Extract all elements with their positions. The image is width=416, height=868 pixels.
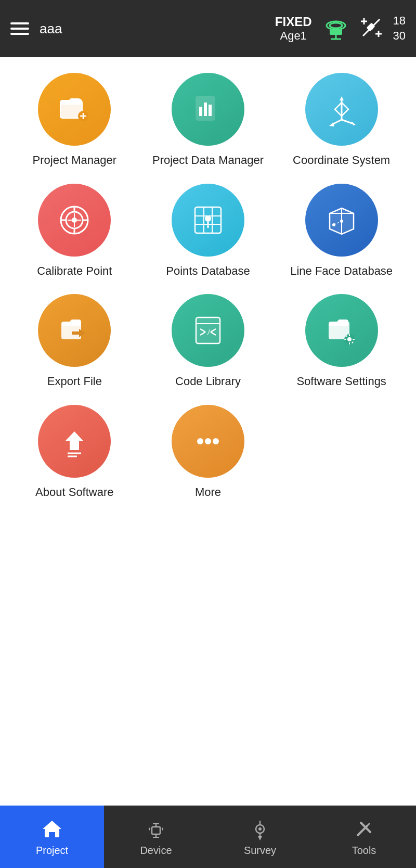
export-file-icon-circle (38, 294, 111, 367)
nav-device-label: Device (140, 845, 172, 857)
menu-item-code-library[interactable]: / Code Library (144, 294, 272, 389)
line-face-database-icon-circle (305, 184, 378, 257)
project-manager-icon-circle (38, 73, 111, 146)
more-icon-circle (172, 405, 244, 478)
svg-point-1 (330, 23, 342, 28)
project-data-manager-icon-circle (172, 73, 244, 146)
nav-item-tools[interactable]: Tools (312, 806, 416, 868)
age-label: Age1 (280, 29, 306, 43)
menu-item-project-data-manager[interactable]: Project Data Manager (144, 73, 272, 168)
main-content: Project Manager Project Data Manager (0, 57, 416, 806)
svg-marker-70 (66, 431, 83, 450)
svg-point-44 (205, 215, 211, 222)
satellite-icon (358, 14, 385, 43)
svg-text:/: / (207, 328, 211, 336)
calibrate-point-label: Calibrate Point (37, 264, 112, 279)
nav-item-device[interactable]: Device (104, 806, 208, 868)
svg-rect-19 (204, 103, 207, 116)
menu-item-points-database[interactable]: Points Database (144, 184, 272, 279)
header: aaa FIXED Age1 18 30 (0, 0, 416, 57)
points-database-label: Points Database (166, 264, 250, 279)
svg-marker-52 (79, 329, 85, 337)
export-file-label: Export File (47, 374, 102, 389)
menu-item-project-manager[interactable]: Project Manager (10, 73, 139, 168)
about-software-label: About Software (35, 485, 113, 500)
points-database-icon-circle (172, 184, 244, 257)
menu-item-about-software[interactable]: About Software (10, 405, 139, 500)
software-settings-icon-circle (305, 294, 378, 367)
project-manager-label: Project Manager (33, 153, 116, 168)
satellite-count: 18 30 (393, 14, 406, 43)
menu-item-coordinate-system[interactable]: Coordinate System (277, 73, 406, 168)
svg-point-75 (213, 438, 219, 444)
svg-rect-65 (349, 342, 350, 344)
nav-item-project[interactable]: Project (0, 806, 104, 868)
svg-rect-20 (209, 105, 212, 116)
coordinate-system-label: Coordinate System (293, 153, 390, 168)
svg-point-73 (197, 438, 203, 444)
fix-status: FIXED (275, 15, 312, 29)
nav-project-label: Project (36, 845, 68, 857)
calibrate-point-icon-circle (38, 184, 111, 257)
menu-item-more[interactable]: More (144, 405, 272, 500)
svg-point-83 (258, 827, 262, 831)
svg-point-74 (205, 438, 211, 444)
nav-tools-label: Tools (352, 845, 376, 857)
coordinate-system-icon-circle (305, 73, 378, 146)
svg-rect-18 (199, 107, 202, 116)
svg-point-34 (72, 218, 77, 223)
svg-rect-77 (152, 827, 160, 834)
software-settings-label: Software Settings (296, 374, 386, 389)
svg-rect-66 (344, 339, 346, 340)
menu-grid: Project Manager Project Data Manager (10, 73, 406, 500)
svg-point-11 (369, 25, 373, 30)
more-label: More (195, 485, 221, 500)
line-face-database-label: Line Face Database (290, 264, 393, 279)
code-library-label: Code Library (175, 374, 241, 389)
svg-marker-86 (258, 836, 262, 840)
about-software-icon-circle (38, 405, 111, 478)
svg-marker-22 (340, 96, 344, 100)
menu-item-software-settings[interactable]: Software Settings (277, 294, 406, 389)
svg-rect-2 (330, 29, 342, 35)
svg-point-63 (347, 337, 352, 341)
project-data-manager-label: Project Data Manager (152, 153, 264, 168)
menu-item-line-face-database[interactable]: Line Face Database (277, 184, 406, 279)
svg-marker-76 (43, 821, 61, 837)
svg-rect-53 (72, 331, 79, 335)
nav-item-survey[interactable]: Survey (208, 806, 312, 868)
svg-point-49 (340, 220, 343, 223)
menu-item-calibrate-point[interactable]: Calibrate Point (10, 184, 139, 279)
nav-survey-label: Survey (244, 845, 276, 857)
svg-point-50 (332, 223, 335, 226)
menu-button[interactable] (10, 22, 29, 35)
bottom-navigation: Project Device Survey Tools (0, 806, 416, 868)
svg-rect-64 (349, 334, 350, 336)
code-library-icon-circle: / (172, 294, 244, 367)
gps-status: FIXED Age1 (275, 15, 312, 43)
gps-antenna-icon (322, 14, 349, 43)
username-label: aaa (40, 21, 62, 37)
svg-rect-67 (353, 339, 355, 340)
menu-item-export-file[interactable]: Export File (10, 294, 139, 389)
